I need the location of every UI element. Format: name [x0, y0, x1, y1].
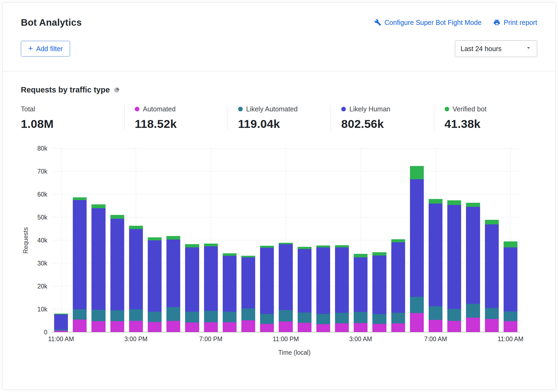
bar-16[interactable] — [351, 148, 370, 332]
bar-2[interactable] — [89, 148, 108, 332]
stat-likely-human-label: Likely Human — [349, 105, 390, 113]
bar-segment-automated — [166, 321, 180, 332]
bar-9[interactable] — [220, 148, 239, 332]
stat-verified-bot[interactable]: Verified bot 41.38k — [434, 105, 537, 131]
bar-segment-likely-automated — [391, 313, 405, 323]
bar-segment-verified-bot — [298, 247, 311, 249]
x-tick-label: 11:00 AM — [48, 335, 74, 343]
bar-segment-likely-human — [298, 249, 311, 313]
bar-segment-likely-automated — [91, 310, 105, 321]
bar-23[interactable] — [482, 148, 501, 332]
bar-17[interactable] — [370, 148, 389, 332]
bar-segment-likely-human — [485, 224, 499, 308]
time-range-select[interactable]: Last 24 hours — [455, 40, 537, 57]
y-tick-label: 10k — [37, 306, 47, 313]
bar-segment-verified-bot — [429, 199, 442, 204]
bar-segment-verified-bot — [148, 237, 162, 240]
x-tick-label: 7:00 AM — [424, 335, 447, 343]
bar-7[interactable] — [183, 148, 201, 332]
bar-segment-automated — [223, 322, 237, 332]
bar-24[interactable] — [501, 148, 520, 332]
bar-1[interactable] — [70, 148, 89, 332]
bar-segment-verified-bot — [204, 244, 218, 246]
bar-8[interactable] — [202, 148, 220, 332]
likely-automated-dot-icon — [238, 107, 243, 111]
bar-segment-verified-bot — [354, 254, 367, 257]
bar-segment-likely-human — [354, 257, 367, 312]
y-axis-labels: 010k20k30k40k50k60k70k80k — [31, 148, 52, 332]
stat-likely-human[interactable]: Likely Human 802.56k — [331, 105, 434, 131]
bar-segment-likely-automated — [316, 314, 330, 324]
card-body: Requests by traffic type Total 1.08M Aut… — [2, 71, 556, 356]
bar-segment-likely-automated — [429, 306, 442, 320]
bar-segment-likely-automated — [485, 308, 499, 319]
bar-segment-automated — [204, 322, 218, 332]
bar-segment-automated — [504, 321, 517, 332]
bar-segment-automated — [241, 320, 255, 332]
bar-segment-likely-human — [73, 200, 87, 309]
bar-14[interactable] — [314, 148, 333, 332]
stat-verified-bot-label: Verified bot — [453, 105, 487, 113]
bar-segment-likely-human — [223, 256, 237, 312]
bar-3[interactable] — [108, 148, 127, 332]
bar-segment-likely-human — [316, 247, 330, 314]
bar-15[interactable] — [333, 148, 351, 332]
add-filter-button[interactable]: + Add filter — [21, 41, 70, 57]
bar-segment-likely-automated — [204, 311, 218, 322]
x-tick-label: 3:00 AM — [349, 335, 372, 343]
bar-11[interactable] — [258, 148, 276, 332]
bar-segment-automated — [73, 320, 87, 332]
bar-segment-likely-automated — [260, 314, 274, 324]
bar-segment-likely-human — [504, 247, 517, 311]
print-link-label: Print report — [504, 19, 537, 26]
bar-5[interactable] — [145, 148, 164, 332]
stat-likely-automated-value: 119.04k — [238, 117, 331, 131]
bar-18[interactable] — [389, 148, 408, 332]
bar-segment-likely-automated — [447, 309, 461, 321]
configure-super-bot-fight-mode-link[interactable]: Configure Super Bot Fight Mode — [374, 19, 482, 26]
bar-segment-likely-automated — [410, 297, 424, 313]
bar-segment-automated — [410, 313, 424, 332]
add-filter-label: Add filter — [36, 45, 63, 53]
y-tick-label: 20k — [37, 283, 47, 290]
bar-21[interactable] — [445, 148, 464, 332]
bar-segment-automated — [148, 322, 162, 332]
bar-13[interactable] — [295, 148, 314, 332]
bar-segment-likely-automated — [354, 312, 367, 323]
bar-20[interactable] — [426, 148, 445, 332]
stat-automated-label: Automated — [143, 105, 176, 113]
bar-6[interactable] — [164, 148, 183, 332]
bar-segment-likely-human — [110, 219, 124, 310]
bar-segment-likely-human — [54, 314, 68, 330]
bar-4[interactable] — [127, 148, 145, 332]
bar-segment-likely-human — [335, 247, 349, 313]
y-tick-label: 40k — [37, 237, 47, 244]
x-tick-label: 3:00 PM — [124, 335, 148, 343]
bar-22[interactable] — [464, 148, 482, 332]
bar-segment-verified-bot — [260, 246, 274, 248]
x-axis-labels: 11:00 AM3:00 PM7:00 PM11:00 PM3:00 AM7:0… — [52, 335, 520, 347]
bars-layer — [52, 148, 520, 332]
bar-10[interactable] — [239, 148, 258, 332]
bar-segment-verified-bot — [447, 200, 461, 205]
x-tick-label: 11:00 PM — [273, 335, 299, 343]
stat-automated[interactable]: Automated 118.52k — [124, 105, 228, 131]
bar-segment-verified-bot — [129, 226, 143, 229]
bar-segment-likely-human — [129, 229, 143, 310]
stat-total: Total 1.08M — [21, 105, 124, 131]
wrench-icon — [374, 19, 381, 26]
x-tick-label: 7:00 PM — [199, 335, 222, 343]
bar-segment-likely-automated — [335, 313, 349, 323]
bar-segment-automated — [447, 321, 461, 332]
bar-segment-likely-human — [466, 207, 480, 304]
print-report-link[interactable]: Print report — [493, 19, 537, 26]
bar-segment-likely-automated — [241, 308, 255, 320]
bar-segment-likely-human — [279, 244, 293, 310]
stat-likely-automated[interactable]: Likely Automated 119.04k — [228, 105, 331, 131]
bar-12[interactable] — [276, 148, 295, 332]
y-axis-title: Requests — [21, 148, 31, 332]
bar-19[interactable] — [408, 148, 426, 332]
bar-segment-likely-human — [260, 248, 274, 314]
bar-segment-likely-human — [372, 255, 386, 314]
bar-0[interactable] — [52, 148, 70, 332]
